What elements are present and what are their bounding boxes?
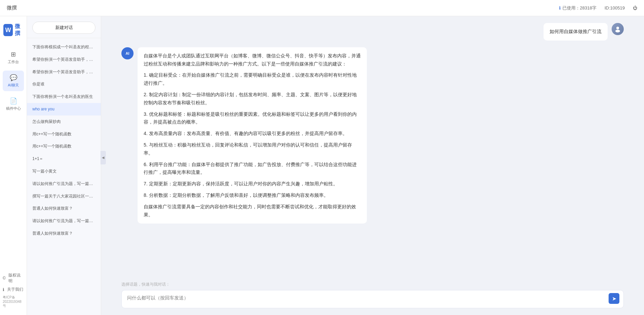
topbar-id: ID:100519 — [605, 5, 625, 10]
new-chat-button[interactable]: 新建对话 — [32, 22, 95, 34]
svg-point-1 — [615, 30, 620, 32]
copyright-icon: © — [3, 276, 6, 281]
chat-input-area: 选择话题，快速与我对话： ➤ — [101, 278, 644, 315]
ai-message-bubble: 自媒体平台是个人或团队通过互联网平台（如博客、微博、微信公众号、抖音、快手等）发… — [138, 47, 367, 224]
sidebar: 新建对话 下面你将模拟成一个叫圣友的程序员、我说...希望你扮演一个英语发音助手… — [27, 16, 101, 315]
usage-text: 已使用：28318字 — [562, 5, 596, 11]
chat-list-item[interactable]: 写一篇小黄文 — [27, 165, 101, 178]
user-message-bubble: 如何用自媒体做推广引流 — [544, 23, 608, 41]
ai-avatar: AI — [121, 47, 134, 59]
ai-chat-icon: 💬 — [10, 74, 17, 81]
left-nav: W 微撰 ⊞ 工作台 💬 AI聊天 📄 稿件中心 © 版权说明 ℹ — [0, 16, 27, 315]
quick-topics-label: 选择话题，快速与我对话： — [121, 282, 624, 287]
chat-list-item[interactable]: 用c++写一个随机函数 — [27, 140, 101, 153]
icp-text: 粤ICP备2022019348号 — [3, 295, 24, 308]
svg-point-0 — [616, 27, 619, 29]
chat-messages: 如何用自媒体做推广引流AI自媒体平台是个人或团队通过互联网平台（如博客、微博、微… — [101, 16, 644, 278]
main-layout: W 微撰 ⊞ 工作台 💬 AI聊天 📄 稿件中心 © 版权说明 ℹ — [0, 16, 644, 315]
sidebar-item-drafts[interactable]: 📄 稿件中心 — [3, 94, 24, 114]
chat-list: 下面你将模拟成一个叫圣友的程序员、我说...希望你扮演一个英语发音助手，我提供给… — [27, 38, 101, 315]
info-icon: ℹ — [559, 5, 561, 10]
sidebar-item-about[interactable]: ℹ 关于我们 — [3, 287, 24, 292]
chat-list-item[interactable]: 用c++写一个随机函数 — [27, 128, 101, 140]
chat-list-item[interactable]: 下面你将扮演一个名叫圣友的医生 — [27, 90, 101, 103]
chat-list-item[interactable]: 希望你扮演一个英语发音助手，我提供给你... — [27, 53, 101, 66]
workbench-icon: ⊞ — [11, 51, 16, 58]
chat-list-item[interactable]: who are you — [27, 103, 101, 115]
chat-input[interactable] — [127, 295, 607, 302]
about-label: 关于我们 — [7, 287, 23, 292]
chat-list-item[interactable]: 希望你扮演一个英语发音助手，我提供给你... — [27, 66, 101, 78]
topbar-right: ℹ 已使用：28318字 ID:100519 ⏻ — [559, 5, 637, 11]
chat-list-item[interactable]: 怎么做狗屎炒肉 — [27, 115, 101, 128]
chat-list-item[interactable]: 请以如何推广引流为题，写一篇大纲 — [27, 215, 101, 227]
chat-list-item[interactable]: 普通人如何快速致富？ — [27, 202, 101, 215]
sidebar-item-copyright[interactable]: © 版权说明 — [3, 272, 24, 284]
ai-chat-label: AI聊天 — [8, 83, 19, 88]
drafts-icon: 📄 — [10, 97, 17, 105]
drafts-label: 稿件中心 — [6, 106, 21, 111]
about-icon: ℹ — [3, 287, 4, 292]
copyright-label: 版权说明 — [8, 272, 24, 284]
send-icon: ➤ — [612, 295, 616, 302]
chat-list-item[interactable]: 1+1＝ — [27, 153, 101, 165]
message-row: 如何用自媒体做推广引流 — [121, 23, 624, 41]
nav-footer: © 版权说明 ℹ 关于我们 粤ICP备2022019348号 — [0, 272, 27, 315]
logo-area: W 微撰 — [0, 23, 27, 37]
chat-list-item[interactable]: 你是谁 — [27, 78, 101, 90]
chat-main: 如何用自媒体做推广引流AI自媒体平台是个人或团队通过互联网平台（如博客、微博、微… — [101, 16, 644, 315]
send-button[interactable]: ➤ — [609, 293, 619, 304]
topbar-title: 微撰 — [7, 5, 17, 11]
chat-list-item[interactable]: 请以如何推广引流为题，写一篇大纲 — [27, 178, 101, 190]
chat-list-item[interactable]: 撰写一篇关于八大家花园社区一刻钟便民生... — [27, 190, 101, 203]
chat-list-item[interactable]: 普通人如何快速致富？ — [27, 227, 101, 240]
logo-icon: W — [3, 24, 13, 36]
nav-items: ⊞ 工作台 💬 AI聊天 📄 稿件中心 — [0, 47, 27, 114]
topbar: 微撰 ℹ 已使用：28318字 ID:100519 ⏻ — [0, 0, 644, 16]
sidebar-item-ai-chat[interactable]: 💬 AI聊天 — [3, 71, 24, 91]
topbar-usage: ℹ 已使用：28318字 — [559, 5, 596, 11]
sidebar-item-workbench[interactable]: ⊞ 工作台 — [3, 47, 24, 68]
chat-list-item[interactable]: 下面你将模拟成一个叫圣友的程序员、我说... — [27, 41, 101, 53]
message-row: AI自媒体平台是个人或团队通过互联网平台（如博客、微博、微信公众号、抖音、快手等… — [121, 47, 624, 224]
user-avatar — [612, 23, 624, 35]
logo-text: 微撰 — [15, 23, 23, 37]
sidebar-header: 新建对话 — [27, 16, 101, 38]
collapse-sidebar-button[interactable]: ◀ — [100, 151, 106, 164]
workbench-label: 工作台 — [8, 59, 19, 64]
input-box: ➤ — [121, 290, 624, 308]
logout-button[interactable]: ⏻ — [633, 5, 637, 10]
